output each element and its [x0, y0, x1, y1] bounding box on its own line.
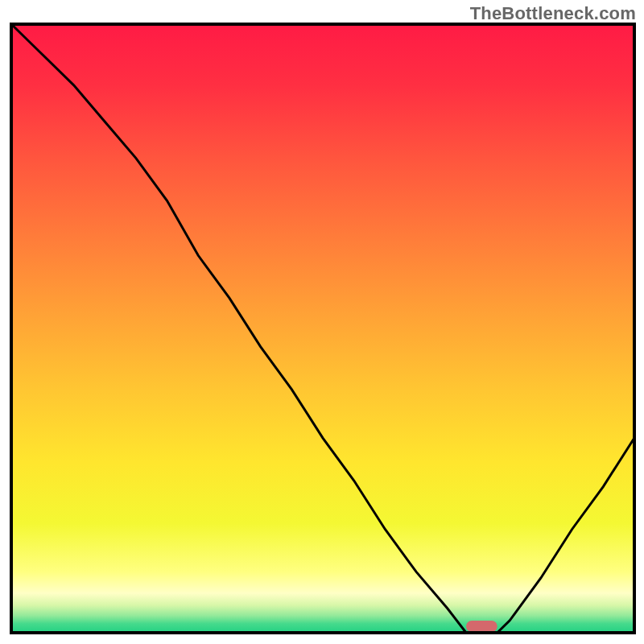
chart-svg [0, 0, 644, 644]
optimal-marker [466, 621, 497, 632]
svg-rect-1 [466, 621, 497, 632]
watermark-text: TheBottleneck.com [470, 3, 636, 24]
bottleneck-chart: TheBottleneck.com [0, 0, 644, 644]
gradient-background [11, 24, 634, 633]
